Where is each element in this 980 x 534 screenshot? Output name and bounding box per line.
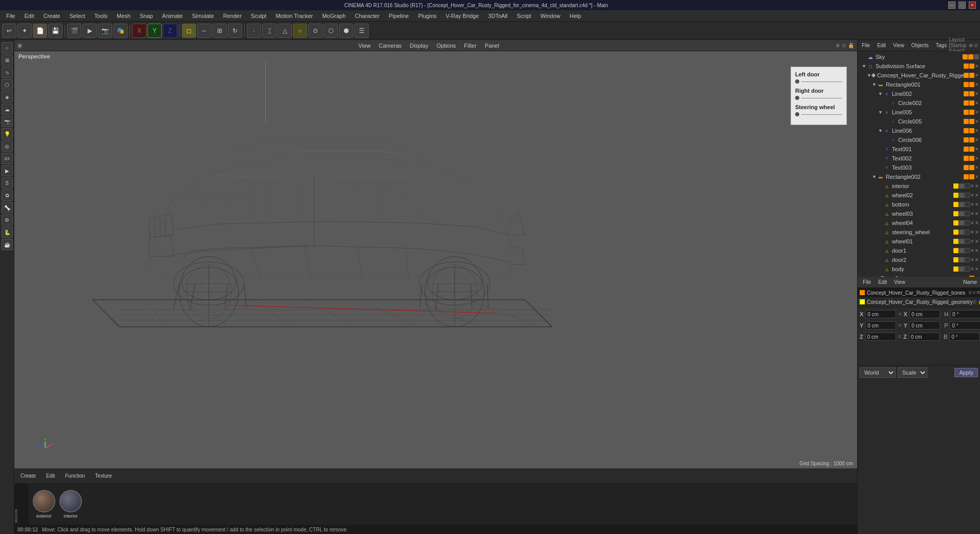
- bones-eye-icon[interactable]: S: [968, 290, 971, 295]
- object-mode-button[interactable]: ○: [293, 24, 307, 38]
- tree-item-wheel02[interactable]: △ wheel02 ✕ ✕: [858, 191, 980, 200]
- coord-name-geometry[interactable]: Concept_Hover_Car_Rusty_Rigged_geometry …: [858, 297, 980, 306]
- polygon-mode-button[interactable]: △: [278, 24, 292, 38]
- left-tool-coffee[interactable]: ☕: [2, 239, 13, 250]
- menu-animate[interactable]: Animate: [158, 12, 187, 20]
- bones-render-icon[interactable]: R: [977, 290, 981, 295]
- tree-item-sky[interactable]: ☁ Sky: [858, 52, 980, 61]
- left-tool-render[interactable]: ▶: [2, 165, 13, 176]
- tree-item-text001[interactable]: T Text001 ✕: [858, 145, 980, 154]
- scale-button[interactable]: ⊞: [212, 24, 227, 38]
- coord-y-pos[interactable]: [865, 321, 896, 330]
- geo-eye-icon[interactable]: ⊙: [973, 299, 977, 304]
- obj-menu-file[interactable]: File: [860, 42, 872, 49]
- left-tool-light[interactable]: 💡: [2, 128, 13, 139]
- tree-item-interior[interactable]: △ interior ✕ ✕: [858, 181, 980, 191]
- mat-menu-function[interactable]: Function: [61, 472, 89, 480]
- menu-3dtoall[interactable]: 3DToAll: [484, 12, 512, 20]
- viewport-tab-display[interactable]: Display: [408, 42, 430, 50]
- left-tool-camera[interactable]: 📷: [2, 116, 13, 127]
- menu-script[interactable]: Script: [513, 12, 535, 20]
- left-tool-tag[interactable]: 🏷: [2, 153, 13, 164]
- tree-item-rect002[interactable]: ▼ ▬ Rectangle002 ✕: [858, 172, 980, 181]
- rig-steering-slider[interactable]: [795, 112, 842, 116]
- menu-mograph[interactable]: MoGraph: [318, 12, 350, 20]
- coord-space-select[interactable]: World Object Camera: [860, 367, 896, 378]
- material-exterior[interactable]: exterior: [33, 490, 55, 519]
- left-tool-environment[interactable]: ☁: [2, 104, 13, 115]
- mat-menu-texture[interactable]: Texture: [91, 472, 116, 480]
- viewport[interactable]: ▣ View Cameras Display Options Filter Pa…: [14, 40, 857, 468]
- obj-menu-view[interactable]: View: [891, 42, 906, 49]
- viewport-collapse-icon[interactable]: ⊙: [842, 43, 846, 48]
- coord-h-val[interactable]: [950, 310, 980, 318]
- coord-p-val[interactable]: [950, 321, 980, 330]
- tree-item-line005[interactable]: ▼ ∧ Line005 ✕: [858, 108, 980, 117]
- obj-menu-edit[interactable]: Edit: [875, 42, 888, 49]
- close-button[interactable]: ✕: [969, 2, 976, 9]
- render-active-button[interactable]: 🎭: [113, 24, 127, 38]
- menu-snap[interactable]: Snap: [136, 12, 157, 20]
- coord-menu-file[interactable]: File: [861, 279, 873, 285]
- menu-help[interactable]: Help: [566, 12, 586, 20]
- left-tool-xpresso[interactable]: ⚙: [2, 214, 13, 225]
- tree-item-wheel01[interactable]: △ wheel01 ✕ ✕: [858, 237, 980, 246]
- z-axis-button[interactable]: Z: [163, 24, 177, 38]
- viewport-tab-view[interactable]: View: [356, 42, 373, 50]
- left-tool-spline[interactable]: ∿: [2, 67, 13, 78]
- mat-menu-create[interactable]: Create: [16, 472, 40, 480]
- open-button[interactable]: 📄: [33, 24, 47, 38]
- obj-menu-objects[interactable]: Objects: [909, 42, 931, 49]
- tree-item-line006[interactable]: ▼ ∧ Line006 ✕: [858, 126, 980, 135]
- minimize-button[interactable]: —: [948, 2, 955, 9]
- tree-item-circle006[interactable]: ○ Circle006 ✕: [858, 135, 980, 145]
- viewport-lock-icon[interactable]: 🔒: [848, 43, 854, 48]
- mat-menu-edit[interactable]: Edit: [42, 472, 59, 480]
- coord-z-val[interactable]: [909, 333, 940, 341]
- obj-settings-icon[interactable]: ⊙: [974, 43, 978, 48]
- tree-item-line002[interactable]: ▼ ∧ Line002 ✕: [858, 89, 980, 98]
- obj-menu-tags[interactable]: Tags: [934, 42, 949, 49]
- bones-lock-icon[interactable]: V: [972, 290, 975, 295]
- left-tool-sculpt[interactable]: ✿: [2, 190, 13, 201]
- left-tool-nurbs[interactable]: ⬡: [2, 79, 13, 90]
- tree-item-bottom[interactable]: △ bottom ✕ ✕: [858, 200, 980, 209]
- render-button[interactable]: ▶: [82, 24, 97, 38]
- left-tool-python[interactable]: 🐍: [2, 227, 13, 238]
- menu-vray[interactable]: V-Ray Bridge: [442, 12, 483, 20]
- coord-menu-view[interactable]: View: [892, 279, 907, 285]
- left-tool-grid[interactable]: ⊞: [2, 54, 13, 66]
- viewport-tab-panel[interactable]: Panel: [483, 42, 501, 50]
- undo-button[interactable]: ↩: [2, 24, 16, 38]
- save-button[interactable]: 💾: [48, 24, 62, 38]
- left-tool-rigging[interactable]: 🦴: [2, 202, 13, 213]
- coord-z-pos[interactable]: [865, 333, 896, 341]
- y-axis-button[interactable]: Y: [147, 24, 162, 38]
- maximize-button[interactable]: □: [958, 2, 966, 9]
- workplane-button[interactable]: ⬢: [339, 24, 353, 38]
- uv-mode-button[interactable]: ⊙: [308, 24, 323, 38]
- viewport-tab-filter[interactable]: Filter: [462, 42, 478, 50]
- x-axis-button[interactable]: X: [132, 24, 146, 38]
- menu-select[interactable]: Select: [66, 12, 90, 20]
- menu-file[interactable]: File: [2, 12, 19, 20]
- tree-item-subdiv[interactable]: ▼ □ Subdivision Surface ✕: [858, 61, 980, 71]
- tree-item-body[interactable]: △ body ✕ ✕: [858, 264, 980, 274]
- tree-item-door2[interactable]: △ door2 ✕ ✕: [858, 255, 980, 264]
- menu-tools[interactable]: Tools: [90, 12, 112, 20]
- texture-mode-button[interactable]: ⬡: [324, 24, 338, 38]
- edge-mode-button[interactable]: ⌶: [262, 24, 276, 38]
- left-tool-deformer[interactable]: ◈: [2, 91, 13, 102]
- menu-create[interactable]: Create: [39, 12, 65, 20]
- geo-lock-icon[interactable]: 🔒: [978, 299, 980, 304]
- viewport-tab-options[interactable]: Options: [434, 42, 458, 50]
- menu-edit[interactable]: Edit: [20, 12, 38, 20]
- menu-plugins[interactable]: Plugins: [414, 12, 440, 20]
- new-button[interactable]: ✦: [17, 24, 32, 38]
- left-tool-object[interactable]: ○: [2, 42, 13, 53]
- coord-x-pos[interactable]: [865, 310, 896, 318]
- coord-scale-select[interactable]: Scale: [898, 367, 927, 378]
- render-region-button[interactable]: 📷: [98, 24, 112, 38]
- menu-character[interactable]: Character: [351, 12, 384, 20]
- render-settings-button[interactable]: 🎬: [67, 24, 81, 38]
